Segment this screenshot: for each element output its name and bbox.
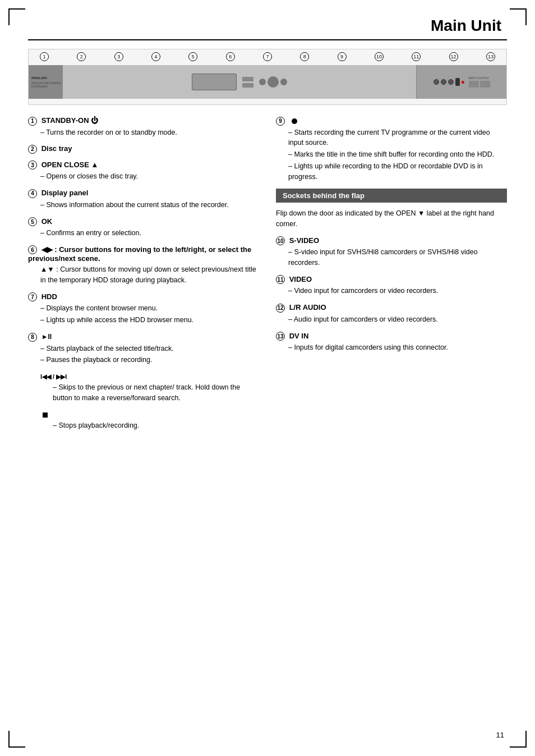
diagram-num-4: 4 xyxy=(151,52,160,61)
control-buttons xyxy=(242,77,253,88)
section-1-num: 1 xyxy=(28,117,37,126)
section-4-title: 4 Display panel xyxy=(28,189,259,198)
section-13: 13 DV IN Inputs for digital camcorders u… xyxy=(276,332,507,353)
section-4-body: Shows information about the current stat… xyxy=(28,200,259,210)
section-5: 5 OK Confirms an entry or selection. xyxy=(28,217,259,239)
skip-icon: I◀◀ / ▶▶I xyxy=(40,373,67,380)
section-6-item-1: ▲▼ : Cursor buttons for moving up/ down … xyxy=(40,264,259,286)
section-10: 10 S-VIDEO S-video input for SVHS/Hi8 ca… xyxy=(276,236,507,268)
section-12-item-1: Audio input for camcorders or video reco… xyxy=(288,314,507,325)
port-circle-3 xyxy=(448,79,454,85)
disc-tray xyxy=(192,74,237,90)
section-12-title: 12 L/R AUDIO xyxy=(276,303,507,313)
device-left-panel: PHILIPS HDD DVD RECORDER DVDR5500H xyxy=(29,65,62,99)
section-3-num: 3 xyxy=(28,161,37,169)
section-7-num: 7 xyxy=(28,292,37,301)
section-9-item-3: Lights up while recording to the HDD or … xyxy=(288,161,507,182)
port-indicator xyxy=(462,81,464,84)
sockets-box: Sockets behind the flap xyxy=(276,189,507,203)
corner-decoration-tr xyxy=(510,8,527,25)
section-10-num: 10 xyxy=(276,236,285,245)
diagram-num-6: 6 xyxy=(226,52,235,61)
stop-icon xyxy=(43,413,48,418)
section-skip-item-1: Skips to the previous or next chapter/ t… xyxy=(53,382,259,404)
device-middle-panel xyxy=(62,65,417,99)
diagram-num-12: 12 xyxy=(449,52,458,61)
section-1-title: 1 STANDBY-ON ⏻ xyxy=(28,116,259,126)
section-1-body: Turns the recorder on or to standby mode… xyxy=(28,127,259,138)
section-stop: Stops playback/recording. xyxy=(28,410,259,431)
nav-buttons xyxy=(259,76,287,88)
section-9-item-1: Starts recording the current TV programm… xyxy=(288,127,507,149)
section-10-title: 10 S-VIDEO xyxy=(276,236,507,246)
section-3: 3 OPEN CLOSE ▲ Opens or closes the disc … xyxy=(28,161,259,182)
section-10-item-1: S-video input for SVHS/Hi8 camcorders or… xyxy=(288,247,507,268)
diagram-num-2: 2 xyxy=(77,52,86,61)
section-2-title: 2 Disc tray xyxy=(28,144,259,154)
section-7-body: Displays the content browser menu. Light… xyxy=(28,303,259,326)
section-stop-item-1: Stops playback/recording. xyxy=(53,420,259,431)
content-columns: 1 STANDBY-ON ⏻ Turns the recorder on or … xyxy=(28,116,507,437)
section-7: 7 HDD Displays the content browser menu.… xyxy=(28,292,259,326)
diagram-num-5: 5 xyxy=(188,52,197,61)
diagram-num-10: 10 xyxy=(375,52,384,61)
section-9-num: 9 xyxy=(276,117,285,126)
section-6: 6 ◀▶ : Cursor buttons for moving to the … xyxy=(28,245,259,286)
corner-decoration-br xyxy=(510,731,527,748)
power-icon: ⏻ xyxy=(91,116,98,125)
diagram-num-13: 13 xyxy=(486,52,495,61)
section-7-item-2: Lights up while access the HDD browser m… xyxy=(40,315,259,326)
left-column: 1 STANDBY-ON ⏻ Turns the recorder on or … xyxy=(28,116,259,437)
sockets-text: Flip down the door as indicated by the O… xyxy=(276,208,507,230)
section-4-num: 4 xyxy=(28,189,37,198)
section-stop-body: Stops playback/recording. xyxy=(40,420,259,431)
section-11-item-1: Video input for camcorders or video reco… xyxy=(288,286,507,296)
port-circle-2 xyxy=(441,79,446,85)
section-11-body: Video input for camcorders or video reco… xyxy=(276,286,507,296)
section-stop-title xyxy=(40,410,259,419)
right-column: 9 Starts recording the current TV progra… xyxy=(276,116,507,437)
diagram-num-8: 8 xyxy=(300,52,309,61)
corner-decoration-tl xyxy=(8,8,25,25)
section-4: 4 Display panel Shows information about … xyxy=(28,189,259,210)
section-8-item-2: Pauses the playback or recording. xyxy=(40,355,259,365)
section-4-item-1: Shows information about the current stat… xyxy=(40,200,259,210)
section-6-num: 6 xyxy=(28,245,37,254)
section-skip-body: Skips to the previous or next chapter/ t… xyxy=(40,382,259,404)
section-8-body: Starts playback of the selected title/tr… xyxy=(28,343,259,366)
device-right-panel: INPUT OUTPUT xyxy=(417,65,506,99)
section-8: 8 ►II Starts playback of the selected ti… xyxy=(28,332,259,365)
section-13-title: 13 DV IN xyxy=(276,332,507,341)
diagram-num-7: 7 xyxy=(263,52,272,61)
philips-logo: PHILIPS HDD DVD RECORDER DVDR5500H xyxy=(31,76,61,88)
section-11-title: 11 VIDEO xyxy=(276,275,507,285)
section-skip: I◀◀ / ▶▶I Skips to the previous or next … xyxy=(28,372,259,404)
page: English Main Unit 1 2 3 4 5 6 7 8 9 10 1… xyxy=(0,0,535,756)
port-rect-1 xyxy=(455,78,460,86)
diagram-num-3: 3 xyxy=(114,52,123,61)
device-body: PHILIPS HDD DVD RECORDER DVDR5500H xyxy=(29,65,506,99)
diagram-num-11: 11 xyxy=(412,52,421,61)
section-13-item-1: Inputs for digital camcorders using this… xyxy=(288,342,507,353)
page-number: 11 xyxy=(496,731,504,739)
section-3-body: Opens or closes the disc tray. xyxy=(28,171,259,182)
section-9: 9 Starts recording the current TV progra… xyxy=(276,116,507,182)
port-circle-1 xyxy=(433,79,439,85)
section-7-title: 7 HDD xyxy=(28,292,259,302)
section-1: 1 STANDBY-ON ⏻ Turns the recorder on or … xyxy=(28,116,259,138)
section-11-num: 11 xyxy=(276,275,285,284)
section-9-body: Starts recording the current TV programm… xyxy=(276,127,507,182)
right-panel-controls: INPUT OUTPUT xyxy=(469,76,490,88)
section-3-title: 3 OPEN CLOSE ▲ xyxy=(28,161,259,170)
page-title: Main Unit xyxy=(28,17,507,40)
section-12: 12 L/R AUDIO Audio input for camcorders … xyxy=(276,303,507,324)
corner-decoration-bl xyxy=(8,731,25,748)
section-12-body: Audio input for camcorders or video reco… xyxy=(276,314,507,325)
section-6-title: 6 ◀▶ : Cursor buttons for moving to the … xyxy=(28,245,259,263)
section-13-num: 13 xyxy=(276,332,285,341)
section-8-title: 8 ►II xyxy=(28,332,259,342)
play-pause-icon: ►II xyxy=(41,333,52,341)
section-9-title: 9 xyxy=(276,116,507,126)
section-1-item-1: Turns the recorder on or to standby mode… xyxy=(40,127,259,138)
section-3-item-1: Opens or closes the disc tray. xyxy=(40,171,259,182)
